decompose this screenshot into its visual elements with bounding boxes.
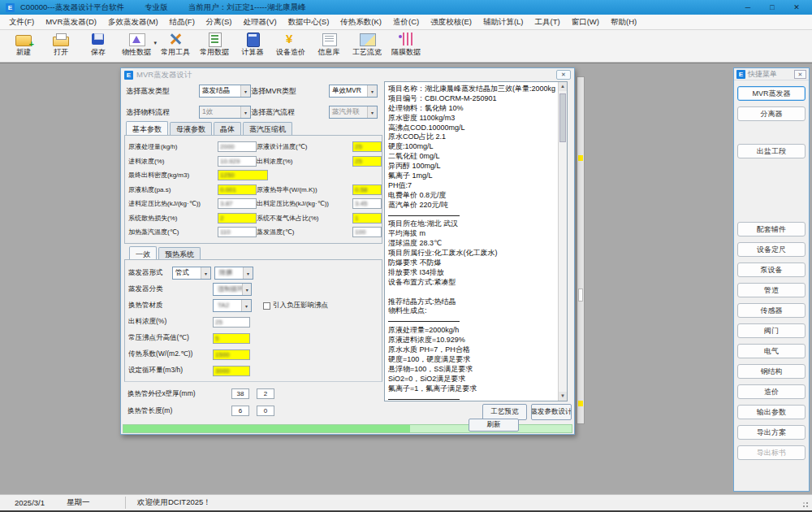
equipment-price-icon	[281, 33, 300, 46]
dialog-close-button[interactable]: ✕	[556, 70, 571, 80]
menu-item[interactable]: 结晶(F)	[164, 17, 201, 28]
report-line: 悬浮物=100，SS满足要求	[388, 365, 555, 375]
close-button[interactable]: ✕	[792, 3, 801, 11]
tab[interactable]: 基本参数	[126, 121, 168, 136]
mvr-type-select[interactable]: 单效MVR ▾	[329, 85, 378, 98]
quick-menu-panel: E 快捷菜单 ✕ MVR蒸发器 分离器 出盐工段 配套辅件 设备定尺 泵设备 管…	[733, 67, 810, 492]
refresh-button[interactable]: 刷新	[469, 419, 519, 432]
quick-menu-button[interactable]: 造价	[737, 384, 806, 399]
report-line: 氟离子=1，氟离子满足要求	[388, 384, 555, 394]
field-input[interactable]: 100	[352, 227, 382, 237]
circulation-volume-input[interactable]: 3000	[213, 366, 250, 376]
toolbar-button[interactable]: 常用数据	[197, 33, 232, 58]
field-input[interactable]: 2	[218, 213, 257, 223]
toolbar-button[interactable]: 设备造价	[273, 33, 309, 58]
field-input[interactable]: 3.45	[352, 198, 382, 209]
quick-menu-button[interactable]: 配套辅件	[737, 222, 806, 236]
toolbar-button[interactable]: ▾ 物性数据	[119, 33, 154, 58]
toolbar-button[interactable]: 信息库	[312, 33, 346, 58]
menu-item[interactable]: MVR蒸发器(D)	[40, 17, 102, 28]
steam-flow-select[interactable]: 蒸汽并联 ▾	[329, 106, 378, 119]
field-input[interactable]: 110	[218, 227, 257, 237]
quick-menu-button[interactable]: 分离器	[737, 106, 806, 121]
toolbar-button-label: 物性数据	[122, 47, 151, 58]
tube-od-input[interactable]: 38	[231, 388, 249, 399]
field-input[interactable]: 10.929	[218, 156, 257, 167]
material-flow-select[interactable]: 1效 ▾	[199, 106, 251, 119]
evaporation-design-button[interactable]: 蒸发参数设计	[531, 404, 572, 420]
quick-menu-button[interactable]: 设备定尺	[737, 242, 806, 257]
process-preview-button[interactable]: 工艺预览	[482, 404, 527, 420]
quick-menu-button[interactable]: 输出参数	[737, 405, 806, 419]
field-input[interactable]: 1250	[218, 170, 268, 180]
toolbar-button[interactable]: 常用工具	[158, 33, 193, 58]
field-label: 出料定压比热(kJ/(kg·℃))	[257, 199, 352, 208]
quick-menu-button[interactable]: 电气	[737, 344, 806, 358]
heat-transfer-coeff-input[interactable]: 1500	[213, 349, 250, 360]
field-input[interactable]: 0.58	[352, 184, 382, 195]
toolbar-button[interactable]: 保存	[81, 33, 115, 58]
menu-item[interactable]: 造价(C)	[387, 17, 425, 28]
menu-item[interactable]: 工具(T)	[529, 17, 566, 28]
evaporator-class-select[interactable]: 强制循环 ▾	[213, 283, 252, 296]
report-scrollbar[interactable]: ▲ ▼	[558, 82, 567, 401]
menu-item[interactable]: 帮助(H)	[605, 17, 642, 28]
tube-length-frac-input[interactable]: 0	[257, 406, 274, 416]
scrollbar-thumb[interactable]	[559, 93, 566, 142]
field-input[interactable]: 2000	[218, 141, 257, 152]
evap-type-select[interactable]: 蒸发结晶 ▾	[199, 85, 251, 98]
field-label: 系统不凝气体占比(%)	[257, 214, 352, 223]
field-input[interactable]: 25	[352, 156, 382, 167]
outlet-concentration-input[interactable]: 25	[213, 317, 250, 328]
field-input[interactable]: 1	[352, 213, 382, 223]
status-date: 2025/3/1	[0, 498, 67, 507]
minimize-button[interactable]: ─	[743, 3, 753, 11]
menu-item[interactable]: 强度校核(E)	[425, 17, 477, 28]
field-input[interactable]: 3.87	[218, 198, 257, 209]
boiling-point-rise-input[interactable]: 5	[213, 333, 250, 344]
quick-menu-button[interactable]: 导出方案	[737, 425, 806, 440]
evaporator-form-select[interactable]: 管式 ▾	[172, 267, 211, 280]
tube-wall-input[interactable]: 2	[257, 388, 274, 399]
quick-menu-button[interactable]: 传感器	[737, 303, 806, 318]
toolbar-button[interactable]: 打开	[44, 33, 78, 58]
field-label: 原液处理量(kg/h)	[128, 142, 218, 151]
scroll-thumb[interactable]	[578, 289, 583, 302]
menu-item[interactable]: 分离(S)	[201, 17, 238, 28]
toolbar-button[interactable]: 隔膜数据	[388, 33, 424, 58]
quick-menu-button[interactable]: 出盐工段	[737, 144, 806, 158]
quick-menu-button[interactable]: MVR蒸发器	[737, 86, 806, 101]
menu-item[interactable]: 辅助计算(L)	[477, 17, 529, 28]
toolbar-button[interactable]: 新建	[6, 33, 41, 58]
quick-menu-button[interactable]: 管道	[737, 283, 806, 297]
tube-material-select[interactable]: TA2 ▾	[213, 299, 252, 312]
chevron-down-icon: ▾	[241, 300, 251, 311]
menu-item[interactable]: 传热系数(K)	[335, 17, 387, 28]
quick-menu-button[interactable]: 阀门	[737, 323, 806, 338]
menu-item[interactable]: 处理器(V)	[238, 17, 283, 28]
quick-menu-button[interactable]: 泵设备	[737, 263, 806, 277]
menu-item[interactable]: 窗口(W)	[566, 17, 605, 28]
tube-length-input[interactable]: 6	[231, 406, 249, 416]
scroll-up-icon[interactable]: ▲	[559, 82, 567, 91]
maximize-button[interactable]: □	[767, 3, 777, 11]
scroll-down-icon[interactable]: ▼	[559, 392, 567, 401]
quick-menu-button[interactable]: 导出标书	[737, 445, 806, 460]
menu-item[interactable]: 文件(F)	[3, 17, 40, 28]
evaporator-subform-select[interactable]: 降膜 ▾	[214, 267, 253, 280]
menu-item[interactable]: 多效蒸发器(M)	[102, 17, 164, 28]
quick-menu-items: MVR蒸发器 分离器 出盐工段 配套辅件 设备定尺 泵设备 管道 传感器 阀门 …	[734, 86, 809, 460]
mvr-type-label: 选择MVR类型	[251, 86, 329, 97]
effect-group: 蒸发器形式 管式 ▾ 降膜 ▾ 蒸发器分类 强制循环 ▾ 换热管材质	[124, 259, 382, 382]
toolbar-button[interactable]: 计算器	[235, 33, 270, 58]
field-label: 进料定压比热(kJ/(kg·℃))	[128, 199, 218, 208]
field-input[interactable]: 0.001	[218, 184, 257, 195]
vacuum-boiling-checkbox[interactable]: 引入负压影响沸点	[263, 301, 328, 310]
resize-grip[interactable]	[800, 499, 808, 507]
toolbar-button[interactable]: 工艺流览	[349, 33, 385, 58]
menu-item[interactable]: 数据中心(S)	[283, 17, 335, 28]
common-tools-icon	[166, 33, 185, 46]
field-input[interactable]: 25	[352, 141, 382, 152]
quick-menu-button[interactable]: 钢结构	[737, 364, 806, 379]
quick-menu-close-button[interactable]: ✕	[794, 70, 806, 79]
